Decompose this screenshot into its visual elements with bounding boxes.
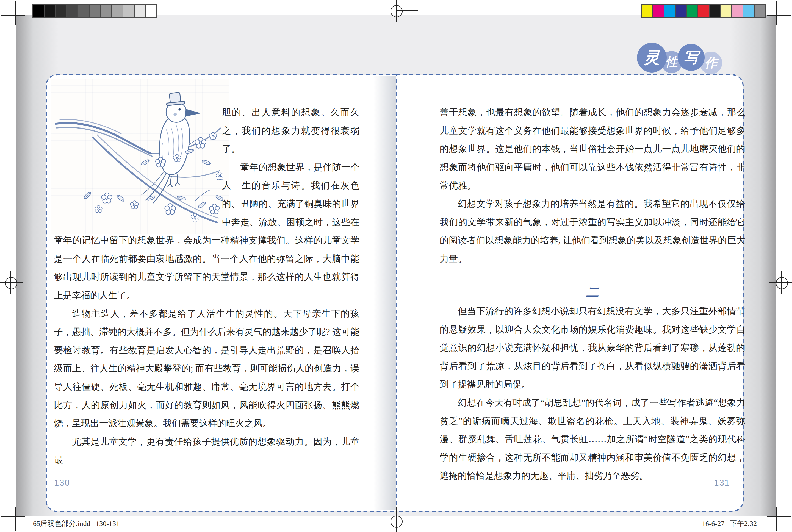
gutter-shadow [374,76,396,510]
footer-file-info: 65后双色部分.indd 130-131 [33,519,119,528]
section-heading: 二 [440,283,745,302]
calibration-square [754,5,765,17]
calibration-square [720,5,731,17]
calibration-square [675,5,686,17]
calibration-square [66,5,77,17]
crop-mark [767,15,791,16]
paragraph: 造物主造人，差不多都是给了人活生生的灵性的。天下母亲生下的孩子，愚拙、滞钝的大概… [54,305,360,433]
calibration-square [100,5,111,17]
crop-mark [1,516,25,517]
calibration-square [709,5,720,17]
print-proof-sheet: 胆的、出人意料的想象。久而久之，我们的想象力就变得很衰弱了。 童年的想象世界，是… [0,0,792,532]
paragraph: 胆的、出人意料的想象。久而久之，我们的想象力就变得很衰弱了。 [54,103,360,158]
crop-mark [776,1,777,25]
registration-mark [390,515,403,528]
paragraph: 尤其是儿童文学，更有责任给孩子提供优质的想象驱动力。因为，儿童最 [54,433,360,469]
paragraph-text: 胆的、出人意料的想象。久而久之，我们的想象力就变得很衰弱了。 [222,108,360,154]
page-number-right: 131 [714,478,730,488]
logo-circle-ling: 灵 [637,43,667,73]
registration-mark [776,277,788,289]
registration-mark [5,277,17,289]
calibration-square [742,5,754,17]
right-page-text: 善于想象，也最有想象的欲望。随着成长，他们的想象力会逐步衰减，那么儿童文学就有这… [440,103,745,485]
calibration-square [134,5,145,17]
registration-mark [390,5,403,17]
color-strip [641,4,766,18]
paragraph: 善于想象，也最有想象的欲望。随着成长，他们的想象力会逐步衰减，那么儿童文学就有这… [440,103,745,195]
calibration-square [55,5,66,17]
illustration-spacer [54,103,222,231]
paragraph: 幻想文学对孩子想象力的培养当然是有益的。我希望它的出现不仅仅给我们的文学带来新的… [440,195,745,268]
calibration-square [731,5,742,17]
calibration-square [89,5,100,17]
calibration-square [123,5,134,17]
grayscale-strip [33,4,157,18]
logo-circle-xie: 写 [678,44,705,71]
footer-datetime: 16-6-27 下午2:32 [702,519,757,528]
left-page-text: 胆的、出人意料的想象。久而久之，我们的想象力就变得很衰弱了。 童年的想象世界，是… [54,103,360,469]
calibration-square [642,5,652,17]
crop-mark [15,1,16,25]
paragraph: 但当下流行的许多幻想小说却只有幻想没有文学，大多只注重外部情节的悬疑效果，以迎合… [440,302,745,394]
crop-mark [15,507,16,531]
calibration-square [44,5,55,17]
calibration-square [33,5,44,17]
calibration-square [77,5,89,17]
crop-mark [1,15,25,16]
paragraph: 幻想在今天有时成了“胡思乱想”的代名词，成了一些写作者逃避“想象力贫乏”的诟病而… [440,394,745,485]
crop-mark [767,516,791,517]
page-number-left: 130 [54,478,70,488]
calibration-square [698,5,709,17]
crop-mark [776,507,777,531]
calibration-square [652,5,664,17]
calibration-square [664,5,675,17]
calibration-square [145,5,156,17]
calibration-square [111,5,123,17]
calibration-square [686,5,698,17]
